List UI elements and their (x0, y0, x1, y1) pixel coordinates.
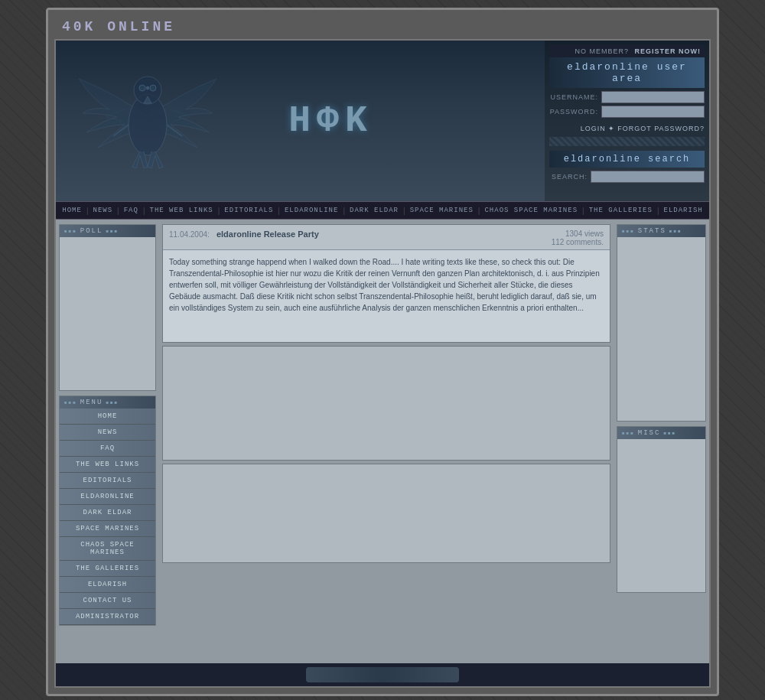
menu-items: HOME NEWS FAQ THE WEB LINKS EDITORIALS E… (60, 409, 155, 625)
search-label: SEARCH: (549, 173, 588, 181)
misc-section: MISC (617, 426, 706, 593)
search-row: SEARCH: (549, 171, 705, 183)
outer-frame: 40K ONLINE (46, 8, 719, 696)
user-area-title: eldaronline user area (549, 57, 705, 88)
menu-eldaronline[interactable]: ELDARONLINE (60, 489, 155, 505)
nav-eldarish[interactable]: ELDARISH (659, 205, 708, 216)
menu-news[interactable]: NEWS (60, 425, 155, 441)
menu-eldarish[interactable]: ELDARISH (60, 577, 155, 593)
page-title: 40K ONLINE (54, 16, 711, 39)
nav-faq[interactable]: FAQ (119, 205, 143, 216)
article-meta: 11.04.2004: eldaronline Release Party (169, 230, 319, 239)
menu-home[interactable]: HOME (60, 409, 155, 425)
menu-contact-us[interactable]: CONTACT US (60, 593, 155, 609)
poll-section: POLL (59, 224, 156, 391)
login-button[interactable]: LOGIN (581, 125, 606, 132)
nav-home[interactable]: HOME (57, 205, 86, 216)
menu-galleries[interactable]: THE GALLERIES (60, 561, 155, 577)
article-stats: 1304 views 112 comments. (552, 230, 604, 246)
article-header: 11.04.2004: eldaronline Release Party 13… (163, 225, 610, 250)
article-body: Today something strange happend when I w… (163, 250, 610, 342)
article-title: eldaronline Release Party (216, 230, 319, 239)
bottom-bar (56, 663, 709, 686)
password-row: PASSWORD: (549, 106, 705, 118)
menu-title: MENU (60, 396, 155, 409)
no-member-bar: NO MEMBER? REGISTER NOW! (549, 45, 705, 57)
menu-web-links[interactable]: THE WEB LINKS (60, 457, 155, 473)
main-wrapper: ΗΦΚ NO MEMBER? REGISTER NOW! eldaronline… (54, 39, 711, 688)
ad-box-2 (162, 464, 610, 563)
nav-eldaronline[interactable]: ELDARONLINE (280, 205, 343, 216)
right-sidebar: STATS MISC (614, 220, 709, 663)
separator: ✦ (608, 125, 618, 132)
eagle-icon (71, 48, 224, 186)
nav-chaos-space-marines[interactable]: CHAOS SPACE MARINES (480, 205, 582, 216)
stats-section: STATS (617, 224, 706, 422)
stats-title: STATS (617, 225, 705, 237)
nav-space-marines[interactable]: SPACE MARINES (405, 205, 478, 216)
nav-dark-eldar[interactable]: DARK ELDAR (345, 205, 403, 216)
main-content: 11.04.2004: eldaronline Release Party 13… (159, 220, 614, 663)
poll-title: POLL (60, 225, 155, 237)
misc-content (617, 439, 705, 592)
nav-editorials[interactable]: EDITORIALS (220, 205, 278, 216)
menu-administrator[interactable]: ADMINISTRATOR (60, 609, 155, 625)
nav-galleries[interactable]: THE GALLERIES (584, 205, 657, 216)
nav-web-links[interactable]: THE WEB LINKS (145, 205, 218, 216)
svg-point-2 (139, 85, 145, 91)
menu-editorials[interactable]: EDITORIALS (60, 473, 155, 489)
menu-chaos-space-marines[interactable]: CHAOS SPACE MARINES (60, 537, 155, 561)
header: ΗΦΚ NO MEMBER? REGISTER NOW! eldaronline… (56, 41, 709, 201)
login-buttons: LOGIN ✦ FORGOT PASSWORD? (549, 123, 705, 132)
search-input[interactable] (591, 171, 705, 183)
search-title: eldaronline search (549, 151, 705, 168)
stats-content (617, 237, 705, 421)
article-box: 11.04.2004: eldaronline Release Party 13… (162, 224, 610, 343)
left-sidebar: POLL MENU HOME NEWS FAQ THE WEB LINKS ED… (56, 220, 159, 663)
menu-space-marines[interactable]: SPACE MARINES (60, 521, 155, 537)
username-input[interactable] (601, 91, 705, 103)
content-area: POLL MENU HOME NEWS FAQ THE WEB LINKS ED… (56, 220, 709, 663)
username-label: USERNAME: (549, 93, 598, 101)
svg-point-3 (150, 85, 156, 91)
password-label: PASSWORD: (549, 108, 598, 116)
menu-faq[interactable]: FAQ (60, 441, 155, 457)
stripe-divider (549, 137, 705, 146)
no-member-text: NO MEMBER? (575, 47, 629, 55)
svg-point-4 (146, 86, 149, 90)
poll-content (60, 237, 155, 390)
article-comments: 112 comments. (552, 238, 604, 246)
header-logo: ΗΦΚ (56, 41, 545, 201)
register-link[interactable]: REGISTER NOW! (635, 47, 702, 55)
password-input[interactable] (601, 106, 705, 118)
forgot-password-link[interactable]: FORGOT PASSWORD? (617, 125, 705, 132)
ad-box-1 (162, 346, 610, 461)
menu-dark-eldar[interactable]: DARK ELDAR (60, 505, 155, 521)
article-date: 11.04.2004: (169, 230, 210, 239)
bottom-connector (306, 667, 459, 682)
username-row: USERNAME: (549, 91, 705, 103)
nav-news[interactable]: NEWS (88, 205, 117, 216)
menu-section: MENU HOME NEWS FAQ THE WEB LINKS EDITORI… (59, 396, 156, 626)
logo-text: ΗΦΚ (288, 100, 373, 142)
article-views: 1304 views (552, 230, 604, 238)
misc-title: MISC (617, 427, 705, 439)
nav-bar: HOME | NEWS | FAQ | THE WEB LINKS | EDIT… (56, 201, 709, 220)
